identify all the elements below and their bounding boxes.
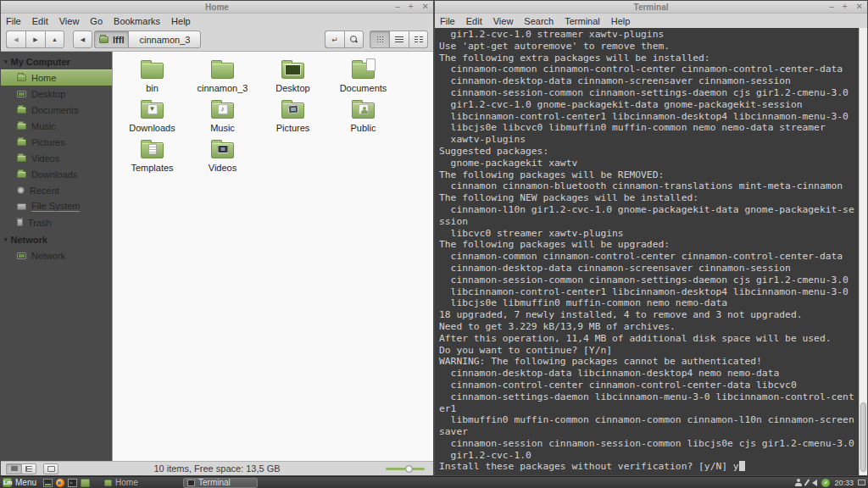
menu-go[interactable]: Go <box>90 16 103 26</box>
collapse-breadcrumbs-button[interactable]: ◀ <box>73 30 92 48</box>
icon-view-button[interactable] <box>370 30 389 48</box>
minimize-icon[interactable]: – <box>829 3 834 11</box>
folder-item-videos[interactable]: Videos <box>187 138 258 178</box>
forward-icon: ▶ <box>33 36 37 43</box>
close-icon[interactable]: ✕ <box>422 3 429 11</box>
list-view-icon <box>395 36 403 43</box>
folder-label: Pictures <box>276 123 310 133</box>
files-launcher-icon[interactable] <box>81 479 90 487</box>
status-text: 10 items, Free space: 13,5 GB <box>1 463 433 474</box>
person-emblem-icon <box>359 104 369 114</box>
firefox-launcher-icon[interactable] <box>56 479 64 487</box>
sidebar-item-documents[interactable]: Documents <box>1 102 112 118</box>
terminal-window: Terminal – + ✕ File Edit View Search Ter… <box>434 0 868 476</box>
downloads-folder-icon: ▼ <box>141 103 164 119</box>
menu-view[interactable]: View <box>59 16 80 26</box>
folder-label: cinnamon_3 <box>198 83 248 93</box>
sidebar-section-my-computer[interactable]: ▾ My Computer <box>1 54 112 69</box>
folder-item-desktop[interactable]: Desktop <box>258 58 328 98</box>
menu-search[interactable]: Search <box>524 16 554 26</box>
menu-help[interactable]: Help <box>611 16 631 26</box>
volume-icon[interactable] <box>812 480 817 486</box>
zoom-slider-knob[interactable] <box>405 465 413 473</box>
menu-edit[interactable]: Edit <box>32 16 48 26</box>
folder-item-public[interactable]: Public <box>328 98 398 138</box>
sidebar-item-trash[interactable]: Trash <box>1 214 112 230</box>
documents-icon <box>17 107 26 114</box>
breadcrumb-home[interactable]: lffl <box>94 30 128 48</box>
forward-button[interactable]: ▶ <box>25 30 45 48</box>
sidebar-item-network[interactable]: Network <box>1 247 112 263</box>
file-manager-titlebar[interactable]: Home – + ✕ <box>1 1 433 14</box>
folder-item-cinnamon3[interactable]: cinnamon_3 <box>187 58 258 98</box>
sidebar-item-home[interactable]: Home <box>1 69 112 86</box>
folder-item-bin[interactable]: bin <box>117 58 187 98</box>
maximize-icon[interactable]: + <box>409 3 414 11</box>
menu-file[interactable]: File <box>440 16 455 26</box>
desktop-icon <box>17 91 26 97</box>
show-desktop-icon[interactable] <box>43 479 53 487</box>
back-icon: ◀ <box>14 36 18 43</box>
menu-terminal[interactable]: Terminal <box>565 16 600 26</box>
zoom-slider[interactable] <box>386 468 425 470</box>
notifications-icon[interactable] <box>858 480 865 485</box>
folder-view[interactable]: bin cinnamon_3 Desktop Documents ▼ Downl… <box>112 52 433 461</box>
sidebar-item-label: Documents <box>31 105 79 115</box>
toggle-location-entry-button[interactable]: ↵ <box>325 30 344 48</box>
sidebar-item-desktop[interactable]: Desktop <box>1 86 112 102</box>
menu-view[interactable]: View <box>493 16 514 26</box>
menu-bookmarks[interactable]: Bookmarks <box>114 16 160 26</box>
search-button[interactable] <box>344 30 364 48</box>
view-mode-group <box>370 30 428 48</box>
terminal-window-icon <box>187 480 195 486</box>
terminal-cursor <box>739 461 745 471</box>
folder-item-downloads[interactable]: ▼ Downloads <box>117 98 187 138</box>
list-view-button[interactable] <box>389 30 409 48</box>
breadcrumb-cinnamon3[interactable]: cinnamon_3 <box>128 30 201 48</box>
music-folder-icon: ♪ <box>211 103 234 119</box>
sidebar-item-videos[interactable]: Videos <box>1 150 112 166</box>
menu-button[interactable]: Menu <box>15 478 36 487</box>
compact-view-button[interactable] <box>409 30 428 48</box>
pictures-folder-icon <box>281 103 304 119</box>
minimize-icon[interactable]: – <box>395 3 400 11</box>
terminal-scrollbar[interactable] <box>859 28 867 475</box>
expander-icon: ▾ <box>4 58 8 65</box>
music-note-emblem-icon: ♪ <box>218 104 228 114</box>
terminal-scrollbar-thumb[interactable] <box>860 402 866 472</box>
update-shield-icon[interactable]: ✓ <box>821 479 830 487</box>
clock[interactable]: 20:33 <box>834 479 854 487</box>
menu-file[interactable]: File <box>6 16 21 26</box>
folder-icon <box>211 63 234 79</box>
maximize-icon[interactable]: + <box>843 3 848 11</box>
sidebar-item-recent[interactable]: Recent <box>1 182 112 198</box>
folder-item-pictures[interactable]: Pictures <box>258 98 328 138</box>
sidebar-item-downloads[interactable]: Downloads <box>1 166 112 182</box>
menu-help[interactable]: Help <box>171 16 191 26</box>
folder-grid: bin cinnamon_3 Desktop Documents ▼ Downl… <box>113 52 433 178</box>
taskbar-window-terminal[interactable]: Terminal <box>183 478 258 488</box>
terminal-launcher-icon[interactable]: > <box>68 479 77 487</box>
terminal-screen[interactable]: gir1.2-cvc-1.0 streamer xawtv-plugins Us… <box>435 28 867 475</box>
film-emblem-icon <box>217 145 228 153</box>
up-button[interactable]: ▲ <box>45 30 64 48</box>
folder-item-music[interactable]: ♪ Music <box>187 98 258 138</box>
sidebar-item-pictures[interactable]: Pictures <box>1 134 112 150</box>
icon-view-icon <box>376 36 384 43</box>
user-applet-icon[interactable] <box>795 479 802 486</box>
terminal-titlebar[interactable]: Terminal – + ✕ <box>435 1 867 14</box>
taskbar-window-home[interactable]: Home <box>101 478 175 488</box>
menu-edit[interactable]: Edit <box>466 16 482 26</box>
folder-item-documents[interactable]: Documents <box>328 58 398 98</box>
collapse-breadcrumbs-icon: ◀ <box>81 36 85 43</box>
sidebar-section-network[interactable]: ▾ Network <box>1 232 112 247</box>
sidebar-item-file-system[interactable]: File System <box>1 198 112 214</box>
folder-item-templates[interactable]: Templates <box>117 138 187 178</box>
close-icon[interactable]: ✕ <box>856 3 863 11</box>
mint-menu-icon[interactable]: Lm <box>3 478 12 487</box>
screen-emblem-icon <box>285 64 301 75</box>
sidebar-item-label: Pictures <box>31 137 65 147</box>
network-edit-icon[interactable] <box>804 479 810 486</box>
back-button[interactable]: ◀ <box>6 30 25 48</box>
sidebar-item-music[interactable]: Music <box>1 118 112 134</box>
